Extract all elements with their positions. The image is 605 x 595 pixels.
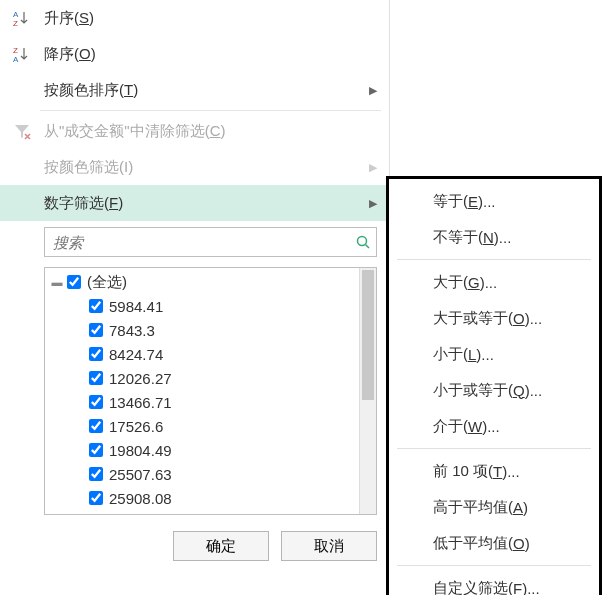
value-label: 7843.3	[109, 322, 155, 339]
ok-button[interactable]: 确定	[173, 531, 269, 561]
value-label: 19804.49	[109, 442, 172, 459]
tree-row[interactable]: ·25908.08	[45, 486, 359, 510]
clear-filter-icon	[12, 121, 32, 141]
top-10-item[interactable]: 前 10 项(T)...	[389, 453, 599, 489]
not-equals-item[interactable]: 不等于(N)...	[389, 219, 599, 255]
sort-ascending-icon: AZ	[12, 8, 32, 28]
below-average-item[interactable]: 低于平均值(O)	[389, 525, 599, 561]
tree-row[interactable]: ·17526.6	[45, 414, 359, 438]
value-label: 5984.41	[109, 298, 163, 315]
tree-collapse-icon[interactable]: ▬	[51, 276, 63, 288]
clear-filter-item: 从"成交金额"中清除筛选(C)	[0, 113, 389, 149]
select-all-checkbox[interactable]	[67, 275, 81, 289]
filter-values-tree: ▬ (全选) ·5984.41·7843.3·8424.74·12026.27·…	[44, 267, 377, 515]
value-checkbox[interactable]	[89, 419, 103, 433]
scrollbar-thumb[interactable]	[362, 270, 374, 400]
value-checkbox[interactable]	[89, 299, 103, 313]
number-filters-submenu: 等于(E)... 不等于(N)... 大于(G)... 大于或等于(O)... …	[386, 176, 602, 595]
between-item[interactable]: 介于(W)...	[389, 408, 599, 444]
search-icon[interactable]	[350, 234, 376, 250]
value-checkbox[interactable]	[89, 467, 103, 481]
value-checkbox[interactable]	[89, 395, 103, 409]
svg-point-4	[358, 237, 367, 246]
equals-item[interactable]: 等于(E)...	[389, 183, 599, 219]
greater-than-item[interactable]: 大于(G)...	[389, 264, 599, 300]
chevron-right-icon: ▶	[369, 197, 377, 210]
sort-descending-label: 降序(O)	[44, 45, 377, 64]
tree-row[interactable]: ·13466.71	[45, 390, 359, 414]
tree-scrollbar[interactable]	[359, 268, 376, 514]
value-label: 8424.74	[109, 346, 163, 363]
search-box	[44, 227, 377, 257]
chevron-right-icon: ▶	[369, 84, 377, 97]
tree-inner: ▬ (全选) ·5984.41·7843.3·8424.74·12026.27·…	[45, 268, 359, 514]
tree-row[interactable]: ·19804.49	[45, 438, 359, 462]
tree-row-select-all[interactable]: ▬ (全选)	[45, 270, 359, 294]
number-filters-label: 数字筛选(F)	[44, 194, 369, 213]
svg-text:A: A	[13, 10, 19, 19]
filter-dropdown-panel: AZ 升序(S) ZA 降序(O) 按颜色排序(T) ▶ 从"成交金额"中清除筛…	[0, 0, 390, 573]
sort-by-color-label: 按颜色排序(T)	[44, 81, 369, 100]
tree-row[interactable]: ·8424.74	[45, 342, 359, 366]
value-label: 13466.71	[109, 394, 172, 411]
tree-row[interactable]: ·7843.3	[45, 318, 359, 342]
value-checkbox[interactable]	[89, 347, 103, 361]
less-than-item[interactable]: 小于(L)...	[389, 336, 599, 372]
search-input[interactable]	[45, 234, 350, 251]
greater-equal-item[interactable]: 大于或等于(O)...	[389, 300, 599, 336]
sort-ascending-item[interactable]: AZ 升序(S)	[0, 0, 389, 36]
sort-ascending-label: 升序(S)	[44, 9, 377, 28]
dialog-buttons: 确定 取消	[0, 519, 389, 573]
sort-by-color-item[interactable]: 按颜色排序(T) ▶	[0, 72, 389, 108]
value-label: 12026.27	[109, 370, 172, 387]
tree-row[interactable]: ·25507.63	[45, 462, 359, 486]
above-average-item[interactable]: 高于平均值(A)	[389, 489, 599, 525]
value-label: 25507.63	[109, 466, 172, 483]
sort-descending-icon: ZA	[12, 44, 32, 64]
cancel-button[interactable]: 取消	[281, 531, 377, 561]
value-checkbox[interactable]	[89, 323, 103, 337]
svg-text:Z: Z	[13, 46, 18, 55]
value-checkbox[interactable]	[89, 371, 103, 385]
value-label: 17526.6	[109, 418, 163, 435]
number-filters-item[interactable]: 数字筛选(F) ▶	[0, 185, 389, 221]
submenu-divider	[397, 565, 591, 566]
tree-row[interactable]: ·12026.27	[45, 366, 359, 390]
less-equal-item[interactable]: 小于或等于(Q)...	[389, 372, 599, 408]
clear-filter-label: 从"成交金额"中清除筛选(C)	[44, 122, 377, 141]
submenu-divider	[397, 448, 591, 449]
custom-filter-item[interactable]: 自定义筛选(F)...	[389, 570, 599, 595]
filter-by-color-item: 按颜色筛选(I) ▶	[0, 149, 389, 185]
value-label: 25908.08	[109, 490, 172, 507]
value-checkbox[interactable]	[89, 443, 103, 457]
filter-by-color-label: 按颜色筛选(I)	[44, 158, 369, 177]
select-all-label: (全选)	[87, 273, 127, 292]
menu-divider	[40, 110, 381, 111]
sort-descending-item[interactable]: ZA 降序(O)	[0, 36, 389, 72]
tree-row[interactable]: ·5984.41	[45, 294, 359, 318]
search-row	[0, 221, 389, 263]
submenu-divider	[397, 259, 591, 260]
chevron-right-icon: ▶	[369, 161, 377, 174]
svg-text:A: A	[13, 55, 19, 63]
svg-text:Z: Z	[13, 19, 18, 27]
value-checkbox[interactable]	[89, 491, 103, 505]
